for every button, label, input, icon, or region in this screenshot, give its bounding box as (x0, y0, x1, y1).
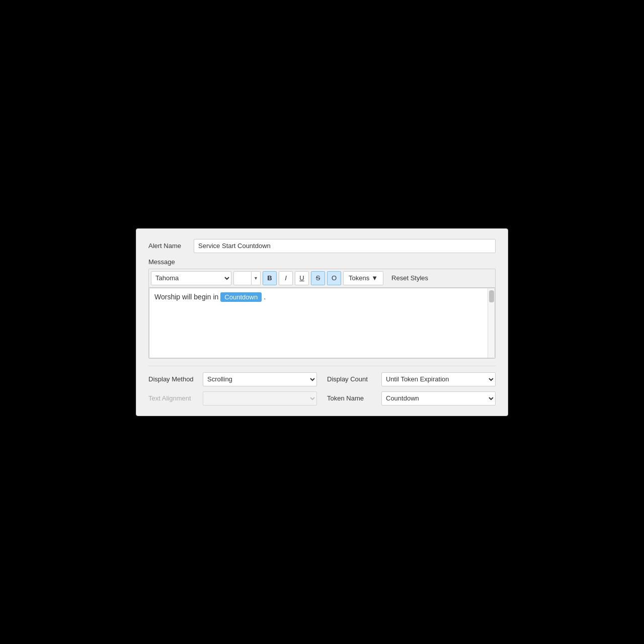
scrollbar-track[interactable] (488, 288, 495, 358)
alert-name-row: Alert Name (148, 239, 496, 253)
display-count-group: Display Count Until Token Expiration Onc… (327, 372, 496, 386)
message-toolbar: Tahoma ▼ B I U S O Tokens ▼ Reset Styles (148, 269, 496, 287)
outline-button[interactable]: O (327, 271, 341, 285)
message-text-before: Worship will begin in (154, 293, 218, 301)
bold-button[interactable]: B (263, 271, 277, 285)
divider (148, 366, 496, 366)
display-method-label: Display Method (148, 375, 199, 383)
reset-styles-button[interactable]: Reset Styles (387, 271, 432, 285)
text-alignment-select[interactable] (203, 391, 317, 406)
countdown-token[interactable]: Countdown (220, 292, 262, 302)
token-name-label: Token Name (327, 394, 377, 402)
italic-button[interactable]: I (279, 271, 293, 285)
tokens-label: Tokens (349, 274, 369, 282)
text-alignment-group: Text Alignment (148, 391, 317, 406)
message-label: Message (148, 258, 496, 266)
tokens-chevron-icon: ▼ (371, 274, 378, 282)
message-content: Worship will begin in Countdown . (154, 292, 490, 302)
message-text-period: . (264, 293, 266, 301)
color-swatch (233, 271, 252, 285)
text-alignment-label: Text Alignment (148, 394, 199, 402)
bottom-fields: Display Method Scrolling Static Fade Dis… (148, 372, 496, 406)
token-name-group: Token Name Countdown Service Start Event… (327, 391, 496, 406)
message-editor-outer: Worship will begin in Countdown . (148, 287, 496, 359)
font-select[interactable]: Tahoma (151, 271, 231, 285)
color-picker[interactable]: ▼ (233, 271, 261, 285)
alert-name-input[interactable] (194, 239, 496, 253)
color-dropdown-button[interactable]: ▼ (252, 271, 261, 285)
tokens-button[interactable]: Tokens ▼ (343, 271, 383, 285)
alert-name-label: Alert Name (148, 242, 194, 250)
display-method-select[interactable]: Scrolling Static Fade (203, 372, 317, 386)
token-name-select[interactable]: Countdown Service Start Event Timer (381, 391, 496, 406)
scrollbar-thumb (489, 290, 494, 302)
strikethrough-button[interactable]: S (311, 271, 325, 285)
underline-button[interactable]: U (295, 271, 309, 285)
message-editor[interactable]: Worship will begin in Countdown . (149, 288, 495, 358)
alert-dialog: Alert Name Message Tahoma ▼ B I U S O To… (136, 228, 508, 416)
display-count-select[interactable]: Until Token Expiration Once Twice (381, 372, 496, 386)
display-count-label: Display Count (327, 375, 377, 383)
display-method-group: Display Method Scrolling Static Fade (148, 372, 317, 386)
